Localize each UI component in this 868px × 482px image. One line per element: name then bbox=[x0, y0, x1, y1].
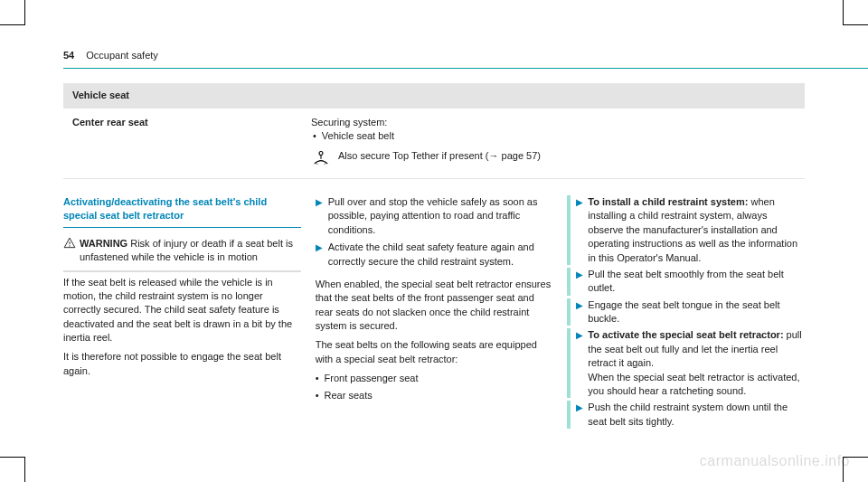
manual-page: 54 Occupant safety Vehicle seat Center r… bbox=[0, 0, 868, 449]
warning-label: WARNING bbox=[80, 238, 127, 249]
table-row-content: Securing system: Vehicle seat belt Also … bbox=[311, 116, 796, 169]
instruction-step: ▶ To install a child restraint system: w… bbox=[567, 195, 805, 265]
step-text: Engage the seat belt tongue in the seat … bbox=[588, 298, 805, 326]
step-marker-icon: ▶ bbox=[316, 195, 323, 237]
svg-point-0 bbox=[319, 151, 323, 155]
step-marker-icon: ▶ bbox=[576, 195, 583, 265]
step-text: Push the child restraint system down unt… bbox=[588, 401, 805, 429]
column-1: Activating/deactivating the seat belt's … bbox=[63, 195, 301, 431]
vehicle-seat-table: Vehicle seat Center rear seat Securing s… bbox=[63, 83, 805, 179]
bullet-icon bbox=[316, 389, 319, 402]
warning-paragraph-2: It is therefore not possible to engage t… bbox=[63, 350, 301, 378]
step-marker-icon: ▶ bbox=[316, 241, 323, 269]
list-text: Rear seats bbox=[325, 389, 373, 402]
watermark: carmanualsonline.info bbox=[700, 451, 850, 471]
page-number: 54 bbox=[63, 50, 74, 61]
instruction-step: ▶ To activate the special seat belt retr… bbox=[567, 328, 805, 398]
crop-mark-tl bbox=[0, 0, 25, 25]
teal-bar-icon bbox=[567, 298, 571, 326]
table-row: Center rear seat Securing system: Vehicl… bbox=[63, 109, 805, 179]
step-text: Pull over and stop the vehicle safely as… bbox=[328, 195, 553, 237]
teal-bar-icon bbox=[567, 401, 571, 429]
instruction-step: ▶ Engage the seat belt tongue in the sea… bbox=[567, 298, 805, 326]
step-marker-icon: ▶ bbox=[576, 298, 583, 326]
step-bold: To install a child restraint system: bbox=[588, 196, 748, 207]
step-marker-icon: ▶ bbox=[576, 268, 583, 296]
step-text: Pull the seat belt smoothly from the sea… bbox=[588, 268, 805, 296]
tether-text: Also secure Top Tether if present (→ pag… bbox=[338, 149, 541, 163]
section-heading: Activating/deactivating the seat belt's … bbox=[63, 195, 301, 228]
teal-bar-icon bbox=[567, 328, 571, 398]
running-header: 54 Occupant safety bbox=[63, 49, 805, 62]
svg-point-2 bbox=[69, 245, 70, 246]
bullet-icon bbox=[316, 372, 319, 385]
table-header: Vehicle seat bbox=[63, 83, 805, 108]
teal-bar-icon bbox=[567, 268, 571, 296]
step-tail: When the special seat belt retractor is … bbox=[588, 371, 805, 399]
step-text: To install a child restraint system: whe… bbox=[588, 195, 805, 265]
top-tether-icon bbox=[311, 149, 331, 169]
instruction-step: ▶ Pull the seat belt smoothly from the s… bbox=[567, 268, 805, 296]
column-3: ▶ To install a child restraint system: w… bbox=[567, 195, 805, 431]
securing-label: Securing system: bbox=[311, 116, 796, 129]
table-row-label: Center rear seat bbox=[72, 116, 311, 129]
crop-mark-bl bbox=[0, 457, 25, 482]
body-paragraph: The seat belts on the following seats ar… bbox=[316, 338, 553, 366]
column-2: ▶ Pull over and stop the vehicle safely … bbox=[316, 195, 553, 431]
warning-paragraph-1: If the seat belt is released while the v… bbox=[63, 276, 301, 345]
step-marker-icon: ▶ bbox=[576, 328, 583, 398]
step-marker-icon: ▶ bbox=[576, 401, 583, 429]
list-text: Front passenger seat bbox=[325, 372, 419, 385]
teal-bar-icon bbox=[567, 195, 571, 265]
list-item: Front passenger seat bbox=[316, 372, 553, 385]
warning-icon bbox=[63, 237, 76, 253]
body-paragraph: When enabled, the special seat belt retr… bbox=[316, 278, 553, 334]
tether-row: Also secure Top Tether if present (→ pag… bbox=[311, 144, 796, 169]
section-name: Occupant safety bbox=[86, 50, 158, 61]
content-columns: Activating/deactivating the seat belt's … bbox=[63, 195, 805, 431]
step-bold: To activate the special seat belt retrac… bbox=[588, 329, 783, 340]
crop-mark-tr bbox=[843, 0, 868, 25]
warning-box: WARNING Risk of injury or death if a sea… bbox=[63, 235, 301, 388]
step-text: Activate the child seat safety feature a… bbox=[328, 241, 553, 269]
step-text: To activate the special seat belt retrac… bbox=[588, 328, 805, 398]
list-item: Rear seats bbox=[316, 389, 553, 402]
warning-header: WARNING Risk of injury or death if a sea… bbox=[63, 235, 301, 272]
instruction-step: ▶ Push the child restraint system down u… bbox=[567, 401, 805, 429]
procedure-step: ▶ Pull over and stop the vehicle safely … bbox=[316, 195, 553, 237]
securing-bullet: Vehicle seat belt bbox=[311, 129, 796, 143]
procedure-step: ▶ Activate the child seat safety feature… bbox=[316, 241, 553, 269]
header-rule bbox=[63, 68, 805, 69]
